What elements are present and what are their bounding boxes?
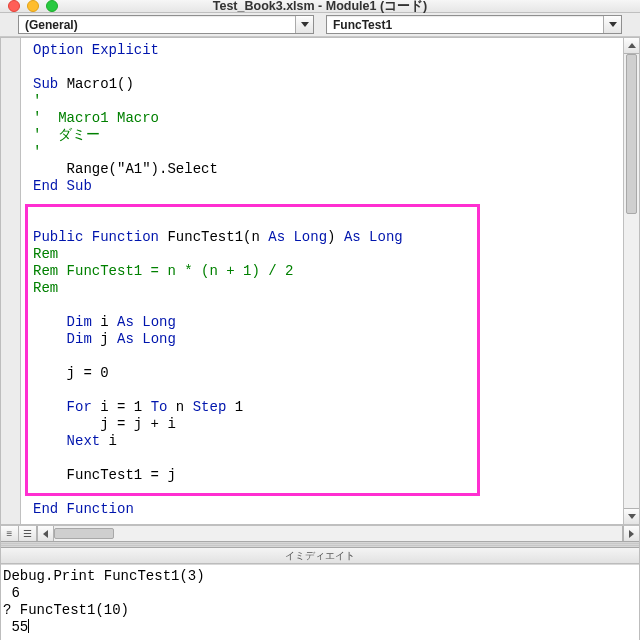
code-token: j = j + i — [33, 416, 176, 432]
code-token: Next — [67, 433, 101, 449]
procedure-dropdown[interactable]: FuncTest1 — [326, 15, 622, 34]
code-token: Step — [193, 399, 227, 415]
code-token: As Long — [117, 331, 176, 347]
code-token: As Long — [344, 229, 403, 245]
object-procedure-bar: (General) FuncTest1 — [0, 13, 640, 37]
chevron-down-icon[interactable] — [295, 16, 313, 33]
margin-indicator[interactable] — [1, 38, 21, 524]
chevron-down-icon — [628, 514, 636, 519]
immediate-window[interactable]: Debug.Print FuncTest1(3) 6 ? FuncTest1(1… — [1, 564, 639, 640]
immediate-line: 6 — [3, 585, 28, 601]
horizontal-bar: ≡ ☰ — [1, 525, 639, 541]
code-token: For — [67, 399, 92, 415]
code-token: ) — [327, 229, 344, 245]
code-token: i — [92, 314, 117, 330]
code-token: Rem — [33, 246, 58, 262]
code-token: FuncTest1(n — [159, 229, 268, 245]
scroll-up-button[interactable] — [624, 38, 639, 54]
procedure-dropdown-value: FuncTest1 — [327, 16, 603, 33]
close-icon[interactable] — [8, 0, 20, 12]
code-token: Range("A1").Select — [33, 161, 218, 177]
code-token: As Long — [117, 314, 176, 330]
editor-stage: Option Explicit Sub Macro1() ' ' Macro1 … — [0, 37, 640, 640]
object-dropdown-value: (General) — [19, 16, 295, 33]
code-editor[interactable]: Option Explicit Sub Macro1() ' ' Macro1 … — [21, 38, 639, 524]
code-token: Sub — [33, 76, 58, 92]
code-token: To — [151, 399, 168, 415]
code-token: FuncTest1 = j — [33, 467, 176, 483]
scroll-right-button[interactable] — [623, 526, 639, 541]
horizontal-scrollbar[interactable] — [53, 526, 623, 541]
immediate-line: Debug.Print FuncTest1(3) — [3, 568, 205, 584]
code-token: j = 0 — [33, 365, 109, 381]
maximize-icon[interactable] — [46, 0, 58, 12]
code-token: End Function — [33, 501, 134, 517]
chevron-left-icon — [43, 530, 48, 538]
scroll-thumb[interactable] — [54, 528, 114, 539]
code-token: End Sub — [33, 178, 92, 194]
scroll-down-button[interactable] — [624, 508, 639, 524]
code-token: Macro1 Macro — [41, 110, 159, 126]
code-token: Public Function — [33, 229, 159, 245]
window-controls — [8, 0, 58, 12]
code-token: Dim — [67, 331, 92, 347]
code-token: ダミー — [41, 127, 100, 143]
code-token: As Long — [268, 229, 327, 245]
full-module-view-button[interactable]: ☰ — [19, 526, 37, 541]
code-token: Option Explicit — [33, 42, 159, 58]
scroll-track[interactable] — [624, 54, 639, 508]
chevron-right-icon — [629, 530, 634, 538]
code-token: j — [92, 331, 117, 347]
code-token: ' — [33, 93, 41, 109]
code-token: i = 1 — [92, 399, 151, 415]
code-token: Rem — [33, 280, 58, 296]
object-dropdown[interactable]: (General) — [18, 15, 314, 34]
code-pane: Option Explicit Sub Macro1() ' ' Macro1 … — [1, 38, 639, 525]
immediate-line: ? FuncTest1(10) — [3, 602, 129, 618]
immediate-line: 55 — [3, 619, 28, 635]
scroll-left-button[interactable] — [37, 526, 53, 541]
code-token: Dim — [67, 314, 92, 330]
code-token: Rem FuncTest1 = n * (n + 1) / 2 — [33, 263, 293, 279]
code-token: 1 — [226, 399, 243, 415]
immediate-window-title: イミディエイト — [1, 548, 639, 564]
procedure-view-button[interactable]: ≡ — [1, 526, 19, 541]
code-token: ' — [33, 144, 41, 160]
minimize-icon[interactable] — [27, 0, 39, 12]
text-caret — [28, 619, 29, 633]
code-token: n — [167, 399, 192, 415]
vertical-scrollbar[interactable] — [623, 38, 639, 524]
chevron-up-icon — [628, 43, 636, 48]
code-token: i — [100, 433, 117, 449]
window-title: Test_Book3.xlsm - Module1 (コード) — [0, 0, 640, 15]
title-bar: Test_Book3.xlsm - Module1 (コード) — [0, 0, 640, 13]
chevron-down-icon[interactable] — [603, 16, 621, 33]
pane-splitter[interactable] — [1, 541, 639, 548]
code-token: Macro1() — [67, 76, 134, 92]
code-scroll[interactable]: Option Explicit Sub Macro1() ' ' Macro1 … — [21, 38, 639, 524]
scroll-thumb[interactable] — [626, 54, 637, 214]
